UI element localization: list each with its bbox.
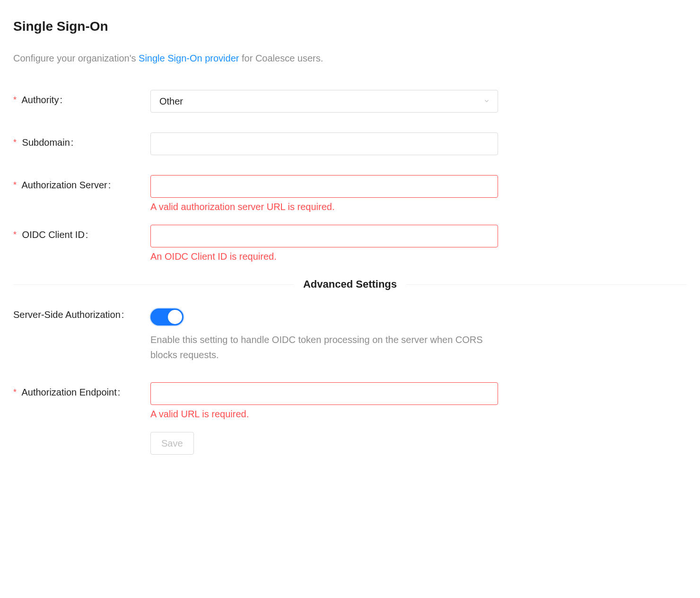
server-side-authorization-label: Server-Side Authorization:: [13, 307, 150, 320]
save-button[interactable]: Save: [150, 432, 194, 455]
subdomain-label: Subdomain:: [13, 132, 150, 148]
authority-select[interactable]: Other: [150, 90, 498, 113]
field-subdomain: Subdomain:: [13, 132, 687, 155]
oidc-client-id-error: An OIDC Client ID is required.: [150, 251, 498, 262]
authorization-endpoint-label: Authorization Endpoint:: [13, 382, 150, 398]
advanced-settings-divider: Advanced Settings: [13, 278, 687, 290]
chevron-down-icon: [483, 96, 490, 107]
authorization-endpoint-error: A valid URL is required.: [150, 409, 498, 420]
authorization-server-label: Authorization Server:: [13, 175, 150, 191]
authorization-server-input[interactable]: [150, 175, 498, 198]
oidc-client-id-label: OIDC Client ID:: [13, 225, 150, 240]
field-server-side-authorization: Server-Side Authorization: Enable this s…: [13, 307, 687, 362]
field-authority: Authority: Other: [13, 90, 687, 113]
authority-select-value: Other: [159, 96, 183, 107]
oidc-client-id-input[interactable]: [150, 225, 498, 247]
toggle-knob: [168, 310, 182, 324]
authorization-endpoint-input[interactable]: [150, 382, 498, 405]
server-side-authorization-toggle[interactable]: [150, 308, 184, 325]
server-side-authorization-help: Enable this setting to handle OIDC token…: [150, 332, 498, 362]
sso-provider-link[interactable]: Single Sign-On provider: [139, 53, 239, 63]
save-row: Save: [13, 432, 687, 455]
page-title: Single Sign-On: [13, 19, 687, 34]
field-authorization-server: Authorization Server: A valid authorizat…: [13, 175, 687, 220]
advanced-settings-title: Advanced Settings: [294, 278, 406, 290]
field-oidc-client-id: OIDC Client ID: An OIDC Client ID is req…: [13, 225, 687, 270]
authorization-server-error: A valid authorization server URL is requ…: [150, 202, 498, 212]
field-authorization-endpoint: Authorization Endpoint: A valid URL is r…: [13, 382, 687, 427]
subtitle-prefix: Configure your organization's: [13, 53, 139, 63]
subdomain-input[interactable]: [150, 132, 498, 155]
page-subtitle: Configure your organization's Single Sig…: [13, 53, 687, 64]
subtitle-suffix: for Coalesce users.: [239, 53, 323, 63]
authority-label: Authority:: [13, 90, 150, 106]
